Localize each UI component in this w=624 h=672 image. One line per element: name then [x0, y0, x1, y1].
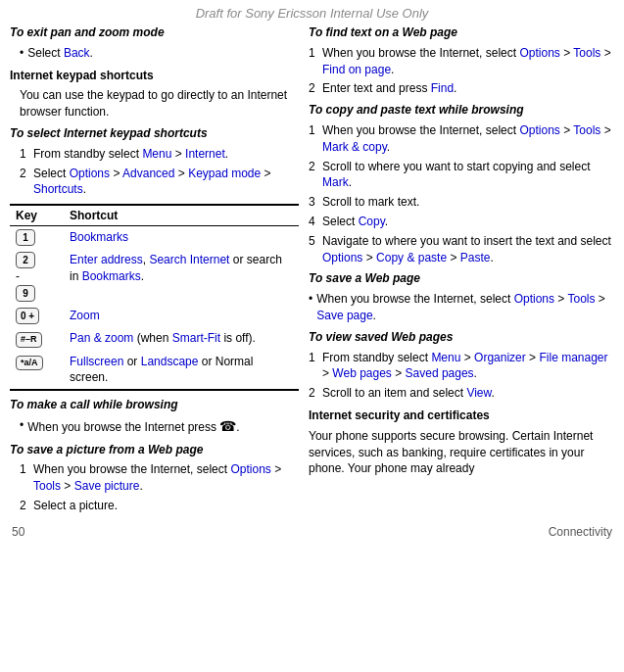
select-shortcuts-step2: 2 Select Options > Advanced > Keypad mod…	[10, 166, 299, 199]
shortcut-table: Key Shortcut 1 Bookmarks 2-9 Enter addre…	[10, 204, 299, 391]
security-heading: Internet security and certificates	[309, 408, 614, 424]
copy-paste-step4: 4 Select Copy.	[309, 214, 614, 230]
key-star: *a/A	[10, 351, 64, 391]
copy-paste-step1: 1 When you browse the Internet, select O…	[309, 122, 614, 156]
table-row: 2-9 Enter address, Search Internet or se…	[10, 249, 299, 305]
key-hash: #–R	[10, 327, 64, 351]
save-picture-step2: 2 Select a picture.	[10, 498, 299, 514]
table-header-shortcut: Shortcut	[64, 205, 299, 226]
find-text-step2: 2 Enter text and press Find.	[309, 80, 614, 97]
key-1: 1	[10, 226, 64, 250]
table-row: 1 Bookmarks	[10, 226, 299, 250]
copy-paste-heading: To copy and paste text while browsing	[309, 102, 614, 119]
copy-paste-step2: 2 Scroll to where you want to start copy…	[309, 159, 614, 192]
select-shortcuts-heading: To select Internet keypad shortcuts	[10, 125, 299, 142]
page-footer: 50 Connectivity	[0, 521, 624, 543]
table-row: *a/A Fullscreen or Landscape or Normal s…	[10, 351, 299, 391]
key-2-9: 2-9	[10, 249, 64, 305]
shortcut-pan-zoom: Pan & zoom (when Smart-Fit is off).	[64, 327, 299, 351]
view-saved-step2: 2 Scroll to an item and select View.	[309, 385, 614, 402]
find-text-heading: To find text on a Web page	[309, 24, 614, 41]
shortcut-address: Enter address, Search Internet or search…	[64, 249, 299, 305]
make-call-heading: To make a call while browsing	[10, 397, 299, 413]
table-header-key: Key	[10, 205, 64, 226]
make-call-step: • When you browse the Internet press ☎.	[10, 417, 299, 437]
section-label: Connectivity	[549, 525, 612, 539]
copy-paste-step3: 3 Scroll to mark text.	[309, 194, 614, 211]
copy-paste-step5: 5 Navigate to where you want to insert t…	[309, 233, 614, 266]
save-web-step: • When you browse the Internet, select O…	[309, 291, 614, 324]
shortcut-bookmarks: Bookmarks	[64, 226, 299, 250]
key-0plus: 0 +	[10, 305, 64, 327]
internet-shortcuts-heading: Internet keypad shortcuts	[10, 68, 299, 84]
view-saved-step1: 1 From standby select Menu > Organizer >…	[309, 350, 614, 383]
right-column: To find text on a Web page 1 When you br…	[309, 24, 614, 517]
save-picture-step1: 1 When you browse the Internet, select O…	[10, 461, 299, 495]
table-row: 0 + Zoom	[10, 305, 299, 327]
save-web-heading: To save a Web page	[309, 270, 614, 287]
select-shortcuts-step1: 1 From standby select Menu > Internet.	[10, 146, 299, 163]
security-desc: Your phone supports secure browsing. Cer…	[309, 428, 614, 477]
table-row: #–R Pan & zoom (when Smart-Fit is off).	[10, 327, 299, 351]
shortcut-zoom: Zoom	[64, 305, 299, 327]
shortcut-fullscreen: Fullscreen or Landscape or Normal screen…	[64, 351, 299, 391]
page-number: 50	[12, 525, 24, 539]
find-text-step1: 1 When you browse the Internet, select O…	[309, 45, 614, 78]
page-header: Draft for Sony Ericsson Internal Use Onl…	[0, 0, 624, 24]
exit-pan-step: • Select Back.	[10, 45, 299, 62]
left-column: To exit pan and zoom mode • Select Back.…	[10, 24, 299, 517]
exit-pan-heading: To exit pan and zoom mode	[10, 24, 299, 41]
internet-shortcuts-desc: You can use the keypad to go directly to…	[10, 87, 299, 120]
view-saved-heading: To view saved Web pages	[309, 329, 614, 346]
save-picture-heading: To save a picture from a Web page	[10, 442, 299, 458]
